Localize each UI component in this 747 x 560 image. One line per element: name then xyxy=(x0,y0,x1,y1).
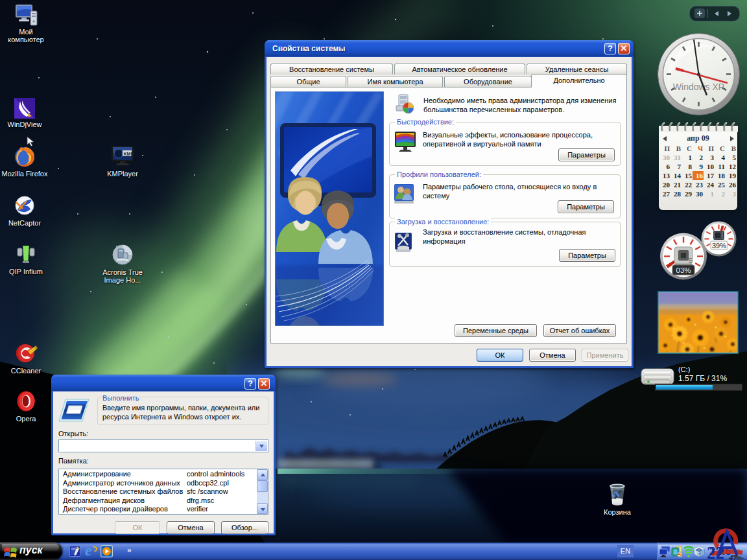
svg-text:03%: 03% xyxy=(676,266,691,274)
svg-text:Windows XP: Windows XP xyxy=(673,82,724,92)
svg-text:39%: 39% xyxy=(712,242,726,250)
svg-text:e: e xyxy=(85,544,91,557)
svg-text:KMP: KMP xyxy=(124,152,134,156)
